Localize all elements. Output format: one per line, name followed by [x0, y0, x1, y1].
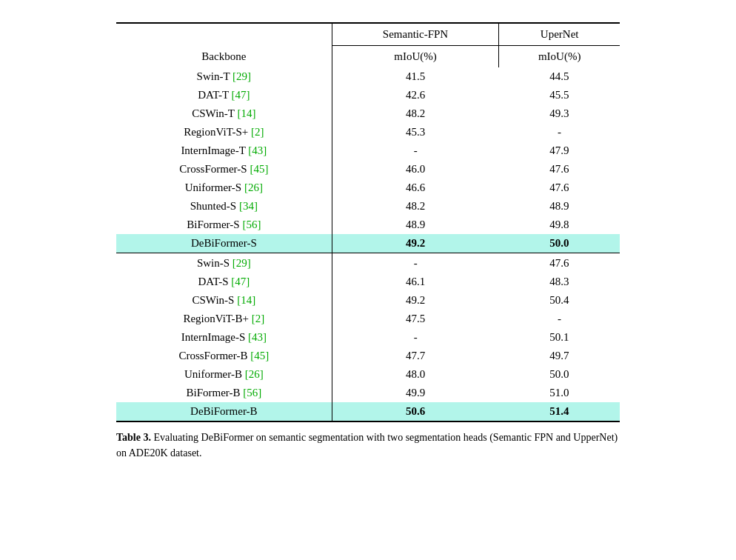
table-row: BiFormer-B [56]49.951.0 — [116, 384, 620, 402]
backbone-cell: CSWin-S [14] — [116, 291, 332, 310]
table-row: Shunted-S [34]48.248.9 — [116, 197, 620, 216]
backbone-cell: RegionViT-S+ [2] — [116, 123, 332, 141]
upernet-cell: - — [499, 310, 620, 328]
semantic-fpn-cell: 42.6 — [332, 86, 499, 104]
semantic-fpn-cell: 47.5 — [332, 310, 499, 328]
upernet-cell: 48.3 — [499, 273, 620, 291]
semantic-fpn-cell: - — [332, 253, 499, 273]
upernet-header: UperNet — [499, 23, 620, 46]
table-row: CrossFormer-S [45]46.047.6 — [116, 160, 620, 179]
semantic-fpn-cell: 41.5 — [332, 67, 499, 86]
upernet-cell: 47.6 — [499, 179, 620, 197]
backbone-cell: InternImage-T [43] — [116, 141, 332, 160]
semantic-fpn-cell: 48.2 — [332, 104, 499, 123]
upernet-cell: 48.9 — [499, 197, 620, 216]
table-row: InternImage-T [43]-47.9 — [116, 141, 620, 160]
backbone-cell: BiFormer-B [56] — [116, 384, 332, 402]
backbone-cell: CSWin-T [14] — [116, 104, 332, 123]
semantic-fpn-cell: 46.6 — [332, 179, 499, 197]
table-row: Uniformer-B [26]48.050.0 — [116, 365, 620, 384]
semantic-fpn-cell: 48.2 — [332, 197, 499, 216]
semantic-fpn-cell: 48.9 — [332, 216, 499, 234]
caption-label: Table 3. — [116, 432, 151, 443]
upernet-cell: 45.5 — [499, 86, 620, 104]
reference-link: [2] — [252, 313, 265, 324]
upernet-cell: 47.9 — [499, 141, 620, 160]
upernet-cell: 49.8 — [499, 216, 620, 234]
upernet-cell: 50.4 — [499, 291, 620, 310]
reference-link: [29] — [232, 257, 251, 269]
backbone-cell: CrossFormer-S [45] — [116, 160, 332, 179]
reference-link: [45] — [250, 350, 269, 361]
backbone-cell: Uniformer-S [26] — [116, 179, 332, 197]
semantic-fpn-cell: 46.1 — [332, 273, 499, 291]
backbone-cell: RegionViT-B+ [2] — [116, 310, 332, 328]
semantic-fpn-cell: 45.3 — [332, 123, 499, 141]
backbone-cell: DeBiFormer-S — [116, 234, 332, 253]
semantic-fpn-cell: - — [332, 328, 499, 347]
upernet-metric-header: mIoU(%) — [499, 46, 620, 68]
backbone-cell: InternImage-S [43] — [116, 328, 332, 347]
semantic-fpn-cell: - — [332, 141, 499, 160]
reference-link: [14] — [237, 294, 255, 306]
caption-text: Evaluating DeBiFormer on semantic segmen… — [116, 432, 618, 459]
backbone-cell: Swin-T [29] — [116, 67, 332, 86]
backbone-cell: DeBiFormer-B — [116, 402, 332, 421]
semantic-fpn-metric-header: mIoU(%) — [332, 46, 499, 68]
table-row: CSWin-T [14]48.249.3 — [116, 104, 620, 123]
table-row: RegionViT-B+ [2]47.5- — [116, 310, 620, 328]
upernet-cell: 50.0 — [499, 234, 620, 253]
upernet-cell: 49.7 — [499, 347, 620, 365]
backbone-cell: Shunted-S [34] — [116, 197, 332, 216]
reference-link: [26] — [244, 181, 263, 193]
semantic-fpn-cell: 48.0 — [332, 365, 499, 384]
table-row: RegionViT-S+ [2]45.3- — [116, 123, 620, 141]
upernet-cell: 49.3 — [499, 104, 620, 123]
reference-link: [14] — [237, 107, 255, 119]
backbone-cell: CrossFormer-B [45] — [116, 347, 332, 365]
semantic-fpn-cell: 49.2 — [332, 234, 499, 253]
upernet-cell: - — [499, 123, 620, 141]
semantic-fpn-cell: 46.0 — [332, 160, 499, 179]
reference-link: [45] — [250, 163, 268, 175]
reference-link: [56] — [242, 219, 261, 230]
upernet-cell: 51.4 — [499, 402, 620, 421]
table-header: Backbone Semantic-FPN UperNet — [116, 23, 620, 46]
table-row: Swin-S [29]-47.6 — [116, 253, 620, 273]
reference-link: [26] — [245, 368, 264, 380]
table-body: Swin-T [29]41.544.5DAT-T [47]42.645.5CSW… — [116, 67, 620, 421]
table-row: Swin-T [29]41.544.5 — [116, 67, 620, 86]
upernet-cell: 47.6 — [499, 253, 620, 273]
table-row: CSWin-S [14]49.250.4 — [116, 291, 620, 310]
semantic-fpn-cell: 49.9 — [332, 384, 499, 402]
reference-link: [56] — [243, 387, 261, 399]
semantic-fpn-cell: 47.7 — [332, 347, 499, 365]
backbone-cell: DAT-S [47] — [116, 273, 332, 291]
backbone-cell: Uniformer-B [26] — [116, 365, 332, 384]
upernet-cell: 51.0 — [499, 384, 620, 402]
upernet-cell: 50.0 — [499, 365, 620, 384]
table-row: DeBiFormer-S49.250.0 — [116, 234, 620, 253]
upernet-cell: 50.1 — [499, 328, 620, 347]
table-row: DeBiFormer-B50.651.4 — [116, 402, 620, 421]
semantic-fpn-cell: 49.2 — [332, 291, 499, 310]
table-row: InternImage-S [43]-50.1 — [116, 328, 620, 347]
reference-link: [29] — [232, 70, 251, 82]
upernet-cell: 44.5 — [499, 67, 620, 86]
reference-link: [47] — [232, 89, 250, 101]
main-container: Backbone Semantic-FPN UperNet mIoU(%) mI… — [116, 22, 620, 461]
results-table: Backbone Semantic-FPN UperNet mIoU(%) mI… — [116, 22, 620, 422]
backbone-cell: BiFormer-S [56] — [116, 216, 332, 234]
reference-link: [34] — [239, 200, 258, 212]
semantic-fpn-header: Semantic-FPN — [332, 23, 499, 46]
backbone-cell: Swin-S [29] — [116, 253, 332, 273]
table-row: DAT-S [47]46.148.3 — [116, 273, 620, 291]
reference-link: [47] — [231, 276, 250, 287]
upernet-cell: 47.6 — [499, 160, 620, 179]
table-caption: Table 3. Evaluating DeBiFormer on semant… — [116, 430, 620, 461]
table-row: Uniformer-S [26]46.647.6 — [116, 179, 620, 197]
backbone-cell: DAT-T [47] — [116, 86, 332, 104]
reference-link: [43] — [248, 144, 267, 156]
reference-link: [2] — [251, 126, 264, 138]
table-row: DAT-T [47]42.645.5 — [116, 86, 620, 104]
